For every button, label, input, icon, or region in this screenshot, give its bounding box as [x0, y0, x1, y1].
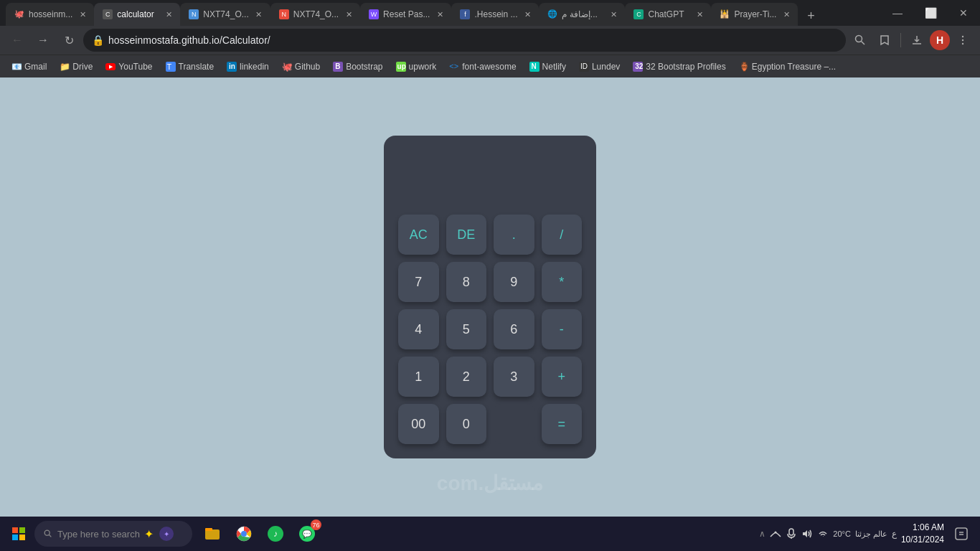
- weather-temp: 20°C: [833, 529, 851, 538]
- calc-btn-add[interactable]: +: [542, 357, 583, 397]
- forward-button[interactable]: →: [32, 29, 55, 52]
- notification-button[interactable]: [948, 521, 974, 547]
- menu-icon-btn[interactable]: [951, 29, 974, 52]
- bookmark-lundev[interactable]: ID Lundev: [573, 59, 626, 75]
- tab-favicon-calc: C: [103, 9, 113, 19]
- calc-btn-ac[interactable]: AC: [398, 215, 439, 255]
- browser-toolbar: ← → ↻ 🔒 hosseinmostafa.github.io/Calcula…: [0, 26, 980, 55]
- github-icon: 🐙: [282, 62, 292, 72]
- tab-close-reset[interactable]: ✕: [434, 9, 446, 20]
- tab-hossein[interactable]: 🐙 hosseinm... ✕: [6, 3, 94, 26]
- bookmark-icon-btn[interactable]: [873, 29, 896, 52]
- search-icon-btn[interactable]: [849, 29, 872, 52]
- calc-btn-3[interactable]: 3: [494, 357, 534, 397]
- tab-prayer[interactable]: 🕌 Prayer-Ti... ✕: [711, 3, 798, 26]
- taskbar-whatsapp[interactable]: 💬 76: [293, 519, 321, 548]
- calc-btn-de[interactable]: DE: [446, 215, 487, 255]
- svg-rect-13: [205, 529, 220, 540]
- bookmark-upwork-label: upwork: [409, 62, 437, 72]
- language-indicator: ع: [892, 529, 897, 539]
- tab-close-nxt1[interactable]: ✕: [253, 9, 265, 20]
- tab-close-nxt2[interactable]: ✕: [343, 9, 354, 20]
- reload-button[interactable]: ↻: [57, 29, 80, 52]
- svg-rect-14: [205, 528, 212, 531]
- calculator-display: [398, 150, 582, 207]
- bookmark-bootstrap-label: Bootstrap: [346, 62, 382, 72]
- svg-point-4: [962, 43, 963, 44]
- calc-btn-dot[interactable]: .: [494, 215, 534, 255]
- svg-rect-7: [12, 534, 18, 540]
- bookmark-egyption[interactable]: 🏺 Egyption Treasure –...: [733, 59, 842, 75]
- tab-idafa[interactable]: 🌐 إضافة م... ✕: [539, 3, 625, 26]
- svg-text:♪: ♪: [273, 529, 278, 539]
- calc-btn-9[interactable]: 9: [494, 262, 534, 302]
- taskbar-music[interactable]: ♪: [261, 519, 290, 548]
- bookmark-linkedin[interactable]: in linkedin: [221, 59, 275, 75]
- taskbar-search[interactable]: Type here to search ✦ ✦: [34, 521, 192, 547]
- bookmark-github[interactable]: 🐙 Github: [276, 59, 326, 75]
- tab-favicon: 🐙: [14, 9, 24, 19]
- tab-close-hessein[interactable]: ✕: [522, 9, 533, 20]
- microphone-icon: [786, 528, 797, 540]
- toolbar-right: H: [849, 29, 974, 52]
- bookmark-gmail[interactable]: 📧 Gmail: [6, 59, 52, 75]
- maximize-button[interactable]: ⬜: [914, 0, 947, 26]
- calc-btn-multiply[interactable]: *: [542, 262, 583, 302]
- tab-hessein[interactable]: f .Hessein ... ✕: [451, 3, 539, 26]
- bookmark-fontawesome[interactable]: <> font-awesome: [443, 59, 522, 75]
- tab-calculator[interactable]: C calculator ✕: [94, 3, 180, 26]
- svg-rect-6: [19, 527, 25, 533]
- address-bar[interactable]: 🔒 hosseinmostafa.github.io/Calculator/: [83, 29, 846, 52]
- tab-chatgpt[interactable]: C ChatGPT ✕: [625, 3, 711, 26]
- taskbar-search-placeholder: Type here to search: [57, 529, 140, 540]
- bookmark-netlify[interactable]: N Netlify: [524, 59, 572, 75]
- calc-btn-0[interactable]: 0: [446, 404, 487, 444]
- calc-btn-5[interactable]: 5: [446, 309, 487, 349]
- calc-btn-00[interactable]: 00: [398, 404, 439, 444]
- tab-close[interactable]: ✕: [77, 9, 88, 20]
- bookmark-egyption-label: Egyption Treasure –...: [752, 62, 836, 72]
- minimize-button[interactable]: —: [881, 0, 914, 26]
- calc-btn-4[interactable]: 4: [398, 309, 439, 349]
- profile-button[interactable]: H: [930, 30, 950, 50]
- new-tab-button[interactable]: +: [801, 6, 821, 26]
- bookmark-drive[interactable]: 📁 Drive: [54, 59, 98, 75]
- bookmark-upwork[interactable]: up upwork: [390, 59, 443, 75]
- taskbar-explorer[interactable]: [198, 519, 227, 548]
- calc-btn-2[interactable]: 2: [446, 357, 487, 397]
- bookmark-youtube[interactable]: ▶ YouTube: [100, 59, 158, 75]
- calc-btn-empty: [494, 404, 534, 444]
- calc-btn-subtract[interactable]: -: [542, 309, 583, 349]
- download-icon-btn[interactable]: [905, 29, 928, 52]
- lundev-icon: ID: [579, 62, 589, 72]
- tab-close-idafa[interactable]: ✕: [608, 9, 619, 20]
- tab-close-calc[interactable]: ✕: [163, 9, 174, 20]
- tab-nxt2[interactable]: N NXT74_O... ✕: [270, 3, 360, 26]
- taskbar-chrome[interactable]: [230, 519, 258, 548]
- bookmark-bootstrap[interactable]: B Bootstrap: [327, 59, 388, 75]
- tab-reset[interactable]: W Reset Pas... ✕: [360, 3, 451, 26]
- tab-title-chatgpt: ChatGPT: [648, 9, 689, 19]
- tab-title-idafa: إضافة م...: [562, 9, 603, 19]
- bookmark-drive-label: Drive: [72, 62, 93, 72]
- back-button[interactable]: ←: [6, 29, 29, 52]
- tab-close-prayer[interactable]: ✕: [781, 9, 792, 20]
- calc-btn-8[interactable]: 8: [446, 262, 487, 302]
- chevron-icon[interactable]: ∧: [759, 529, 765, 539]
- calc-btn-7[interactable]: 7: [398, 262, 439, 302]
- calc-btn-6[interactable]: 6: [494, 309, 534, 349]
- tab-favicon-reset: W: [369, 9, 379, 19]
- calc-btn-divide[interactable]: /: [542, 215, 583, 255]
- bookmark-bootstrap-profiles[interactable]: 32 32 Bootstrap Profiles: [627, 59, 731, 75]
- start-button[interactable]: [6, 521, 32, 547]
- bookmark-translate[interactable]: T Translate: [160, 59, 220, 75]
- tab-nxt1[interactable]: N NXT74_O... ✕: [180, 3, 270, 26]
- weather-location: عالم جزئنا: [855, 529, 887, 539]
- tab-close-chatgpt[interactable]: ✕: [694, 9, 705, 20]
- close-button[interactable]: ✕: [947, 0, 980, 26]
- svg-point-17: [242, 532, 246, 536]
- calc-btn-1[interactable]: 1: [398, 357, 439, 397]
- bookmark-gmail-label: Gmail: [24, 62, 47, 72]
- youtube-icon: ▶: [105, 63, 116, 70]
- calc-btn-equals[interactable]: =: [542, 404, 583, 444]
